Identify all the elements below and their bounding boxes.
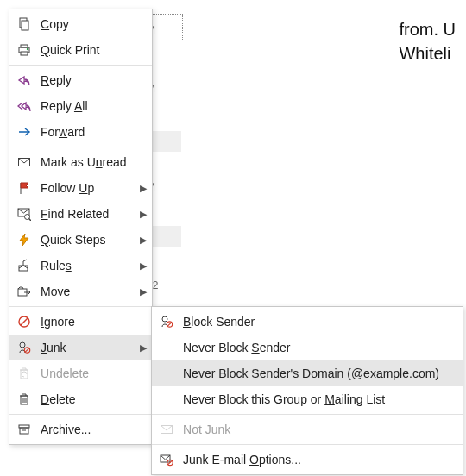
svg-rect-9 (19, 266, 28, 271)
menu-forward[interactable]: Forward (9, 119, 152, 145)
junk-options-icon (157, 450, 176, 469)
menu-reply-all[interactable]: Reply All (9, 93, 152, 119)
bg-line1: from. U (399, 20, 456, 39)
page-text-fragment: from. U Whiteli (399, 17, 456, 66)
menu-separator (152, 414, 463, 415)
blank-icon (157, 390, 176, 409)
svg-rect-4 (21, 52, 28, 55)
menu-find-related[interactable]: Find Related ▶ (9, 201, 152, 227)
menu-quick-print[interactable]: Quick Print (9, 37, 152, 63)
menu-separator (9, 147, 152, 147)
chevron-right-icon: ▶ (138, 183, 147, 194)
menu-reply[interactable]: Reply (9, 67, 152, 93)
submenu-block-sender[interactable]: Block Sender (152, 309, 463, 335)
submenu-never-block-group[interactable]: Never Block this Group or Mailing List (152, 386, 463, 412)
menu-label: Junk (41, 341, 138, 354)
menu-label: Find Related (41, 207, 138, 221)
rules-icon (15, 256, 34, 275)
menu-archive[interactable]: Archive... (9, 416, 152, 442)
submenu-junk-options[interactable]: Junk E-mail Options... (152, 447, 463, 473)
menu-rules[interactable]: Rules ▶ (9, 253, 152, 279)
menu-quick-steps[interactable]: Quick Steps ▶ (9, 227, 152, 253)
svg-rect-1 (22, 21, 28, 30)
menu-label: Mark as Unread (41, 155, 147, 169)
ignore-icon (15, 312, 34, 331)
menu-label: Ignore (41, 315, 147, 329)
menu-label: Quick Steps (41, 233, 138, 247)
move-icon (15, 282, 34, 301)
blank-icon (157, 364, 176, 383)
menu-label: Undelete (41, 366, 147, 380)
submenu-label: Block Sender (183, 315, 457, 329)
archive-icon (15, 420, 34, 439)
envelope-icon (157, 420, 176, 439)
flag-icon (15, 178, 34, 197)
context-menu: Copy Quick Print Reply Reply All Forward… (9, 9, 153, 445)
blank-icon (157, 338, 176, 357)
envelope-icon (15, 153, 34, 172)
menu-separator (9, 65, 152, 66)
menu-move[interactable]: Move ▶ (9, 279, 152, 304)
menu-junk[interactable]: Junk ▶ (9, 335, 152, 360)
chevron-right-icon: ▶ (138, 235, 147, 246)
menu-label: Reply (41, 73, 147, 87)
menu-label: Archive... (41, 423, 147, 436)
submenu-label: Never Block Sender (183, 341, 457, 354)
menu-undelete: Undelete (9, 360, 152, 386)
chevron-right-icon: ▶ (138, 342, 147, 354)
copy-icon (15, 15, 34, 34)
menu-ignore[interactable]: Ignore (9, 309, 152, 335)
menu-mark-unread[interactable]: Mark as Unread (9, 149, 152, 175)
menu-copy[interactable]: Copy (9, 11, 152, 37)
menu-label: Quick Print (41, 43, 147, 57)
menu-label: Follow Up (41, 181, 138, 195)
forward-icon (15, 122, 34, 141)
delete-icon (15, 390, 34, 409)
find-related-icon (15, 204, 34, 223)
junk-icon (15, 338, 34, 357)
submenu-never-block-sender[interactable]: Never Block Sender (152, 335, 463, 360)
block-sender-icon (157, 312, 176, 331)
printer-icon (15, 41, 34, 60)
svg-rect-3 (21, 45, 28, 47)
submenu-label: Never Block Sender's Domain (@example.co… (183, 366, 457, 380)
menu-label: Delete (41, 392, 147, 406)
chevron-right-icon: ▶ (138, 260, 147, 272)
submenu-label: Not Junk (183, 423, 457, 436)
junk-submenu: Block Sender Never Block Sender Never Bl… (151, 306, 463, 475)
menu-label: Forward (41, 125, 147, 139)
menu-label: Rules (41, 259, 138, 272)
svg-point-12 (20, 342, 25, 348)
menu-delete[interactable]: Delete (9, 386, 152, 412)
menu-separator (9, 306, 152, 307)
chevron-right-icon: ▶ (138, 286, 147, 298)
menu-label: Copy (41, 17, 147, 31)
chevron-right-icon: ▶ (138, 209, 147, 220)
submenu-never-block-domain[interactable]: Never Block Sender's Domain (@example.co… (152, 360, 463, 386)
svg-point-5 (27, 48, 28, 50)
submenu-label: Junk E-mail Options... (183, 453, 457, 467)
menu-follow-up[interactable]: Follow Up ▶ (9, 175, 152, 201)
menu-separator (152, 444, 463, 445)
undelete-icon (15, 364, 34, 383)
bg-line2: Whiteli (399, 44, 450, 63)
lightning-icon (15, 230, 34, 249)
svg-point-18 (162, 316, 167, 322)
menu-label: Reply All (41, 99, 147, 113)
menu-separator (9, 414, 152, 415)
reply-all-icon (15, 97, 34, 116)
menu-label: Move (41, 285, 138, 298)
reply-icon (15, 71, 34, 90)
submenu-label: Never Block this Group or Mailing List (183, 392, 457, 406)
submenu-not-junk: Not Junk (152, 416, 463, 442)
